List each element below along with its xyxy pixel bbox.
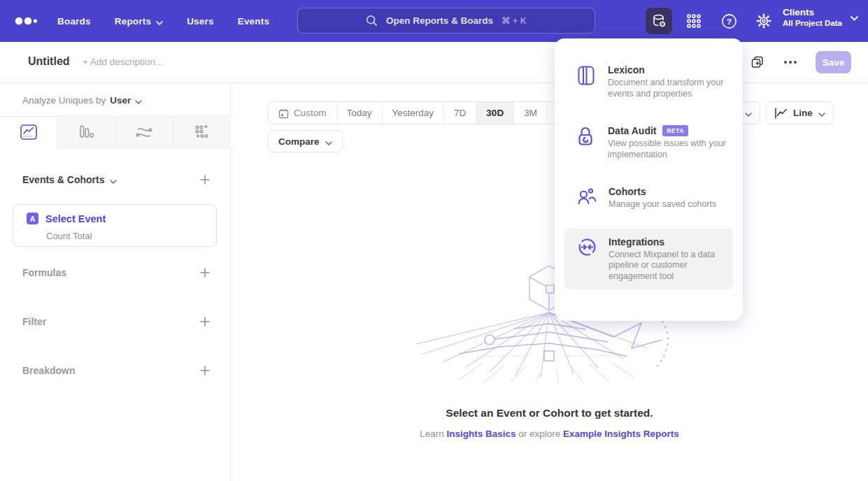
data-management-menu: Lexicon Document and transform your even… (555, 38, 743, 321)
menu-item-description: Document and transform your events and p… (608, 78, 732, 99)
query-builder-sidebar: Analyze Uniques by User Events & Cohorts (0, 84, 231, 481)
gear-icon (756, 13, 771, 29)
project-scope: All Project Data (783, 19, 842, 27)
tab-flow-chart[interactable] (116, 117, 174, 148)
event-badge: A (27, 213, 38, 224)
menu-item-lexicon[interactable]: Lexicon Document and transform your even… (564, 57, 733, 107)
metric-dots-icon (194, 124, 210, 140)
event-card[interactable]: A Select Event Count Total (13, 204, 217, 247)
events-section-header: Events & Cohorts (22, 173, 211, 186)
chevron-down-icon (818, 108, 825, 119)
help-button[interactable]: ? (716, 8, 742, 34)
top-navbar: Boards Reports Users Events Open Reports… (0, 0, 868, 42)
date-range-today[interactable]: Today (336, 102, 382, 124)
filter-section-header: Filter (22, 316, 211, 327)
tab-bar-chart[interactable] (58, 117, 116, 148)
chevron-down-icon (325, 137, 332, 148)
menu-item-title: Integrations (609, 236, 664, 247)
beta-badge: BETA (662, 125, 688, 136)
date-range-30d[interactable]: 30D (476, 102, 513, 124)
chevron-down-icon (745, 107, 752, 120)
formulas-section-title: Formulas (22, 267, 66, 278)
tab-metric-dots[interactable] (173, 117, 231, 148)
apps-grid-button[interactable] (681, 8, 707, 34)
nav-item-label: Events (238, 16, 269, 27)
menu-item-description: View possible issues with your implement… (608, 138, 732, 160)
insights-basics-link[interactable]: Insights Basics (446, 429, 515, 439)
lexicon-book-icon (578, 64, 596, 99)
analyze-unit-dropdown[interactable]: User (110, 94, 142, 106)
search-placeholder: Open Reports & Boards (386, 15, 493, 26)
search-shortcut: ⌘ + K (501, 15, 527, 26)
report-actions: Save (750, 51, 851, 73)
empty-state-subtext: Learn Insights Basics or explore Example… (231, 429, 868, 439)
add-formula-button[interactable] (199, 267, 211, 278)
mixpanel-insights-page: Boards Reports Users Events Open Reports… (0, 0, 868, 481)
date-range-control: Custom Today Yesterday 7D 30D 3M 6M (268, 101, 581, 124)
nav-item-reports[interactable]: Reports (115, 15, 163, 27)
add-breakdown-button[interactable] (199, 365, 211, 376)
section-label: Events & Cohorts (22, 174, 104, 185)
subtext-middle: or explore (515, 429, 563, 439)
filter-section-title: Filter (22, 316, 46, 327)
nav-item-users[interactable]: Users (187, 16, 214, 27)
apps-grid-icon (686, 13, 702, 29)
project-name: Clients (783, 7, 842, 17)
analyze-row: Analyze Uniques by User (22, 94, 142, 106)
duplicate-icon[interactable] (750, 55, 765, 70)
report-description-placeholder[interactable]: + Add description... (83, 57, 163, 67)
nav-item-label: Boards (57, 16, 91, 27)
date-range-7d[interactable]: 7D (443, 102, 476, 124)
empty-state-headline: Select an Event or Cohort to get started… (231, 407, 868, 419)
flow-chart-icon (136, 125, 152, 139)
search-input[interactable]: Open Reports & Boards ⌘ + K (297, 8, 595, 34)
nav-item-label: Users (187, 16, 214, 27)
date-range-custom[interactable]: Custom (269, 102, 336, 124)
events-section-title[interactable]: Events & Cohorts (22, 173, 117, 186)
insights-chart-icon (20, 124, 37, 140)
date-range-3m[interactable]: 3M (513, 102, 547, 124)
analyze-unit-value: User (110, 95, 131, 106)
chevron-down-icon (110, 175, 117, 186)
chevron-down-icon (851, 11, 858, 24)
compare-dropdown[interactable]: Compare (268, 130, 343, 152)
date-range-label: 30D (486, 108, 504, 118)
example-reports-link[interactable]: Example Insights Reports (563, 429, 679, 439)
settings-button[interactable] (750, 8, 777, 34)
line-chart-icon (774, 108, 788, 119)
cohorts-people-icon (578, 186, 597, 210)
chart-style-dropdown[interactable]: Line (766, 101, 834, 124)
menu-item-data-audit[interactable]: Data AuditBETA View possible issues with… (564, 117, 733, 168)
integrations-sync-icon (578, 236, 597, 282)
mixpanel-logo[interactable] (14, 13, 45, 29)
bar-chart-icon (79, 124, 94, 140)
chart-type-tabs (0, 116, 231, 148)
project-switcher[interactable]: Clients All Project Data (783, 7, 858, 27)
primary-nav: Boards Reports Users Events (57, 0, 269, 42)
nav-item-events[interactable]: Events (238, 16, 269, 27)
date-range-label: Today (347, 108, 372, 118)
date-range-label: 7D (454, 108, 466, 118)
tab-insights-chart[interactable] (0, 117, 58, 148)
menu-item-description: Connect Mixpanel to a data pipeline or c… (609, 250, 733, 282)
menu-item-integrations[interactable]: Integrations Connect Mixpanel to a data … (564, 229, 733, 290)
date-range-yesterday[interactable]: Yesterday (382, 102, 444, 124)
nav-item-boards[interactable]: Boards (57, 16, 91, 27)
chevron-down-icon (135, 96, 142, 106)
data-management-button[interactable] (646, 8, 672, 34)
save-button[interactable]: Save (816, 51, 851, 73)
report-title[interactable]: Untitled (28, 55, 70, 68)
help-icon: ? (721, 13, 737, 29)
ellipsis-icon[interactable] (783, 60, 797, 64)
date-range-label: Custom (294, 108, 327, 118)
menu-item-cohorts[interactable]: Cohorts Manage your saved cohorts (564, 178, 733, 218)
menu-item-title: Data Audit (608, 125, 656, 136)
add-event-button[interactable] (199, 174, 211, 185)
subtext-prefix: Learn (420, 429, 446, 439)
date-range-label: Yesterday (392, 108, 434, 118)
search-icon (366, 15, 378, 27)
menu-item-title: Lexicon (608, 64, 645, 76)
add-filter-button[interactable] (199, 316, 211, 327)
database-gear-icon (650, 13, 667, 29)
chevron-down-icon (156, 17, 163, 27)
